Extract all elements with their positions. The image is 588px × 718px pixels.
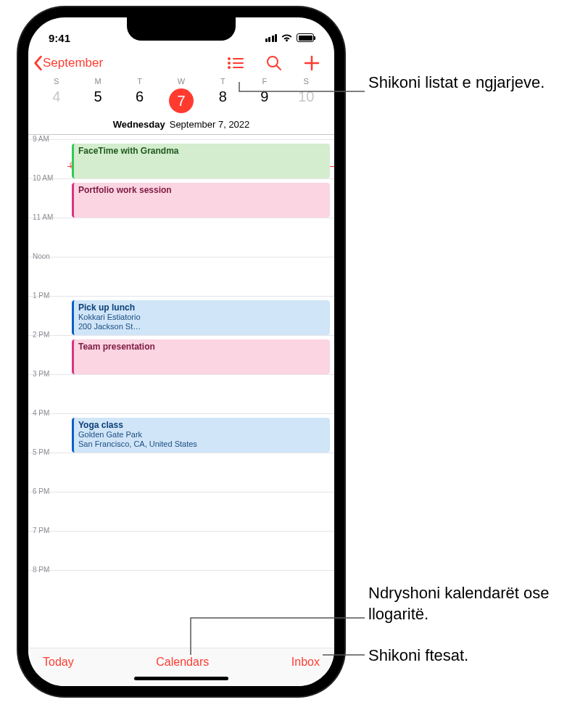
callout-lines xyxy=(0,0,588,718)
notch xyxy=(127,17,236,41)
